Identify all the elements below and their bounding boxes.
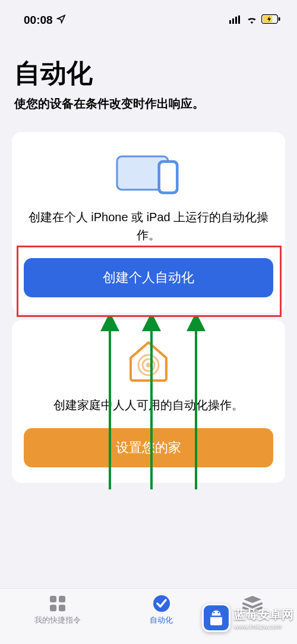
- svg-rect-14: [50, 596, 56, 602]
- svg-point-13: [146, 363, 151, 367]
- home-icon: [24, 338, 273, 385]
- tab-automation[interactable]: 自动化: [150, 593, 173, 644]
- svg-rect-3: [238, 15, 240, 24]
- tab-automation-label: 自动化: [150, 615, 173, 626]
- svg-rect-17: [59, 605, 65, 611]
- svg-rect-0: [229, 20, 231, 24]
- create-personal-automation-button[interactable]: 创建个人自动化: [24, 258, 273, 297]
- svg-rect-6: [279, 17, 280, 21]
- page-title: 自动化: [14, 56, 283, 91]
- location-icon: [56, 14, 66, 27]
- personal-description: 创建在个人 iPhone 或 iPad 上运行的自动化操作。: [24, 208, 273, 244]
- checkmark-circle-icon: [151, 593, 172, 614]
- battery-icon: [261, 14, 280, 27]
- status-bar: 00:08: [0, 0, 297, 32]
- signal-icon: [229, 14, 242, 27]
- watermark: 蓝莓安卓网 www.lmkzw.com: [202, 604, 297, 632]
- status-time: 00:08: [24, 14, 53, 27]
- home-automation-card: 创建家庭中人人可用的自动化操作。 设置您的家: [12, 320, 285, 483]
- svg-rect-5: [263, 16, 273, 23]
- watermark-url: www.lmkzw.com: [234, 623, 293, 630]
- svg-rect-16: [50, 605, 56, 611]
- watermark-text: 蓝莓安卓网: [234, 607, 293, 623]
- home-description: 创建家庭中人人可用的自动化操作。: [24, 396, 273, 414]
- svg-point-23: [218, 612, 220, 614]
- tab-shortcuts-label: 我的快捷指令: [34, 615, 81, 626]
- devices-icon: [24, 150, 273, 197]
- svg-rect-10: [160, 163, 176, 191]
- personal-automation-card: 创建在个人 iPhone 或 iPad 上运行的自动化操作。 创建个人自动化: [12, 132, 285, 313]
- svg-point-22: [213, 612, 215, 614]
- setup-home-button[interactable]: 设置您的家: [24, 428, 273, 467]
- svg-rect-1: [232, 18, 234, 24]
- page-subtitle: 使您的设备在条件改变时作出响应。: [14, 96, 283, 112]
- svg-rect-15: [59, 596, 65, 602]
- svg-rect-2: [235, 17, 237, 24]
- tab-shortcuts[interactable]: 我的快捷指令: [34, 593, 81, 644]
- wifi-icon: [246, 14, 258, 27]
- page-header: 自动化 使您的设备在条件改变时作出响应。: [0, 32, 297, 118]
- watermark-logo-icon: [202, 604, 230, 632]
- grid-icon: [48, 593, 68, 614]
